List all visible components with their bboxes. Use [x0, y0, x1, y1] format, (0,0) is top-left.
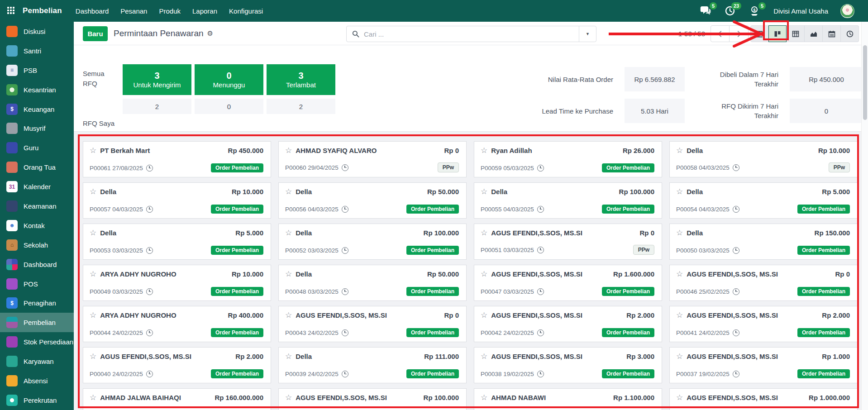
pivot-view-button[interactable]	[787, 25, 805, 42]
calendar-view-button[interactable]	[823, 25, 841, 42]
rfq-card[interactable]: ☆ AGUS EFENDI,S.SOS, MS.SI Rp 0 P00051 0…	[474, 224, 662, 260]
top-menu-item[interactable]: Pesanan	[120, 7, 147, 15]
top-menu-item[interactable]: Konfigurasi	[229, 7, 263, 15]
rfq-card[interactable]: ☆ AGUS EFENDI,S.SOS, MS.SI Rp 2.000 P000…	[474, 306, 662, 342]
rfq-card[interactable]: ☆ Della Rp 100.000 P00055 04/03/2025 Ord…	[474, 182, 662, 219]
favorite-star-icon[interactable]: ☆	[676, 353, 683, 360]
favorite-star-icon[interactable]: ☆	[285, 311, 292, 319]
favorite-star-icon[interactable]: ☆	[90, 147, 96, 154]
sidebar-item-kesantrian[interactable]: Kesantrian	[0, 80, 74, 100]
activity-clock-icon[interactable]	[342, 247, 348, 254]
rfq-card[interactable]: ☆ Della Rp 111.000 P00039 24/02/2025 Ord…	[278, 347, 467, 383]
rfq-card[interactable]: ☆ Della Rp 100.000 P00052 03/03/2025 Ord…	[278, 224, 467, 260]
activity-clock-icon[interactable]	[146, 165, 153, 172]
sidebar-item-diskusi[interactable]: Diskusi	[0, 22, 74, 41]
favorite-star-icon[interactable]: ☆	[285, 394, 292, 401]
sidebar-item-stok-persediaan[interactable]: Stok Persediaan	[0, 332, 74, 352]
rfq-card[interactable]: ☆ AGUS EFENDI,S.SOS, MS.SI Rp 3.000 P000…	[474, 347, 662, 383]
activity-clock-icon[interactable]	[342, 288, 348, 295]
rfq-card[interactable]: ☆ ARYA ADHY NUGROHO Rp 10.000 P00049 03/…	[83, 265, 271, 301]
sidebar-item-absensi[interactable]: Absensi	[0, 371, 74, 391]
rfq-card[interactable]: ☆ AGUS EFENDI,S.SOS, MS.SI Rp 1.600.000 …	[474, 265, 662, 301]
rfq-card[interactable]: ☆ Della Rp 5.000 P00054 04/03/2025 Order…	[669, 182, 858, 219]
sidebar-item-pembelian[interactable]: Pembelian	[0, 313, 74, 332]
favorite-star-icon[interactable]: ☆	[90, 394, 96, 401]
favorite-star-icon[interactable]: ☆	[285, 353, 292, 360]
activity-clock-icon[interactable]	[537, 206, 544, 213]
sidebar-item-orang-tua[interactable]: Orang Tua	[0, 157, 74, 177]
favorite-star-icon[interactable]: ☆	[90, 270, 96, 278]
rfq-stat-tile[interactable]: 3 Terlambat	[267, 64, 335, 95]
rfq-card[interactable]: ☆ AGUS EFENDI,S.SOS, MS.SI Rp 0 P00046 2…	[669, 265, 858, 301]
vertical-scrollbar[interactable]	[861, 22, 868, 410]
favorite-star-icon[interactable]: ☆	[90, 188, 96, 195]
sidebar-item-guru[interactable]: Guru	[0, 138, 74, 157]
rfq-card[interactable]: ☆ AHMAD NABAWI Rp 1.100.000 P00034 14/02…	[474, 388, 662, 410]
rfq-card[interactable]: ☆ AGUS EFENDI,S.SOS, MS.SI Rp 0 P00043 2…	[278, 306, 467, 342]
rfq-card[interactable]: ☆ PT Berkah Mart Rp 450.000 P00061 27/08…	[83, 141, 271, 177]
sidebar-item-musyrif[interactable]: Musyrif	[0, 119, 74, 138]
activity-clock-icon[interactable]	[733, 371, 739, 377]
favorite-star-icon[interactable]: ☆	[285, 188, 292, 195]
graph-view-button[interactable]	[805, 25, 823, 42]
rfq-card[interactable]: ☆ AGUS EFENDI,S.SOS, MS.SI Rp 2.000 P000…	[83, 347, 271, 383]
activity-view-button[interactable]	[841, 25, 859, 42]
favorite-star-icon[interactable]: ☆	[285, 229, 292, 237]
favorite-star-icon[interactable]: ☆	[676, 394, 683, 401]
favorite-star-icon[interactable]: ☆	[90, 229, 96, 237]
activity-clock-icon[interactable]	[146, 247, 153, 254]
sidebar-item-pos[interactable]: POS	[0, 274, 74, 294]
app-title[interactable]: Pembelian	[23, 6, 62, 15]
rfq-card[interactable]: ☆ Della Rp 5.000 P00053 03/03/2025 Order…	[83, 224, 271, 260]
favorite-star-icon[interactable]: ☆	[285, 147, 292, 154]
activity-clock-icon[interactable]	[537, 371, 544, 377]
favorite-star-icon[interactable]: ☆	[676, 270, 683, 278]
activity-clock-icon[interactable]	[342, 206, 348, 213]
scrollbar-thumb[interactable]	[863, 45, 867, 120]
search-input[interactable]	[364, 30, 579, 38]
sidebar-item-keuangan[interactable]: $ Keuangan	[0, 100, 74, 119]
sidebar-item-perekrutan[interactable]: Perekrutan	[0, 391, 74, 410]
favorite-star-icon[interactable]: ☆	[676, 147, 683, 154]
favorite-star-icon[interactable]: ☆	[90, 353, 96, 360]
activity-clock-icon[interactable]	[146, 206, 153, 213]
activity-clock-icon[interactable]	[537, 247, 544, 253]
activities-icon[interactable]: 23	[725, 5, 737, 16]
list-view-button[interactable]	[750, 25, 768, 42]
favorite-star-icon[interactable]: ☆	[481, 353, 487, 360]
apps-grid-icon[interactable]	[7, 7, 15, 15]
top-menu-item[interactable]: Laporan	[192, 7, 217, 15]
favorite-star-icon[interactable]: ☆	[676, 311, 683, 319]
activity-clock-icon[interactable]	[733, 288, 739, 295]
activity-clock-icon[interactable]	[733, 206, 739, 213]
my-rfq-stat-value[interactable]: 2	[267, 99, 335, 114]
user-avatar[interactable]	[840, 4, 854, 18]
activity-clock-icon[interactable]	[146, 288, 153, 295]
favorite-star-icon[interactable]: ☆	[481, 311, 487, 319]
rfq-card[interactable]: ☆ Della Rp 50.000 P00056 04/03/2025 Orde…	[278, 182, 467, 219]
sidebar-item-karyawan[interactable]: Karyawan	[0, 352, 74, 371]
kanban-view-button[interactable]	[768, 25, 787, 42]
search-dropdown-toggle[interactable]: ▼	[579, 26, 596, 42]
rfq-card[interactable]: ☆ AHMAD JALWA BAIHAQI Rp 160.000.000 P00…	[83, 388, 271, 410]
activity-clock-icon[interactable]	[537, 288, 544, 295]
activity-clock-icon[interactable]	[342, 371, 348, 377]
pager-next-button[interactable]	[730, 25, 749, 42]
sidebar-item-psb[interactable]: ≡ PSB	[0, 61, 74, 80]
rfq-card[interactable]: ☆ Della Rp 10.000 P00057 04/03/2025 Orde…	[83, 182, 271, 219]
user-name[interactable]: Divisi Amal Usaha	[773, 7, 828, 15]
rfq-card[interactable]: ☆ Ryan Adillah Rp 26.000 P00059 05/03/20…	[474, 141, 662, 177]
favorite-star-icon[interactable]: ☆	[481, 394, 487, 401]
activity-clock-icon[interactable]	[733, 329, 739, 336]
pager-previous-button[interactable]	[711, 25, 730, 42]
rfq-card[interactable]: ☆ AGUS EFENDI,S.SOS, MS.SI Rp 1.000 P000…	[669, 347, 858, 383]
favorite-star-icon[interactable]: ☆	[90, 311, 96, 319]
top-menu-item[interactable]: Produk	[159, 7, 181, 15]
sidebar-item-penagihan[interactable]: $ Penagihan	[0, 293, 74, 313]
rfq-stat-tile[interactable]: 0 Menunggu	[195, 64, 263, 95]
activity-clock-icon[interactable]	[537, 329, 544, 336]
top-menu-item[interactable]: Dashboard	[76, 7, 109, 15]
sidebar-item-sekolah[interactable]: ⌂ Sekolah	[0, 235, 74, 255]
activity-clock-icon[interactable]	[733, 247, 739, 254]
rfq-card[interactable]: ☆ AGUS EFENDI,S.SOS, MS.SI Rp 2.000 P000…	[669, 306, 858, 342]
